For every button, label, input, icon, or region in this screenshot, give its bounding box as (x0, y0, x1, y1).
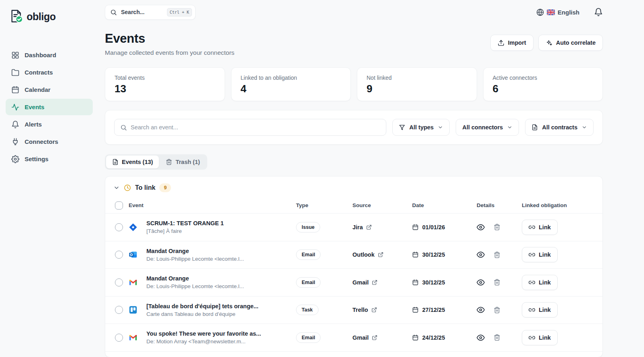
type-cell: Email (296, 277, 352, 288)
source-label: Jira (352, 224, 363, 230)
jira-icon (129, 223, 138, 232)
link-button[interactable]: Link (522, 302, 558, 318)
source-cell: Gmail (352, 334, 412, 341)
language-selector[interactable]: English (536, 8, 579, 16)
event-cell[interactable]: Mandat Orange De: Louis-Philippe Lecomte… (146, 275, 296, 289)
sparkles-icon (546, 39, 552, 46)
external-link-icon[interactable] (372, 280, 377, 285)
stat-label: Active connectors (493, 75, 594, 81)
details-cell (477, 223, 522, 231)
keyboard-shortcut-badge: Ctrl + K (167, 8, 192, 17)
view-details-eye-icon[interactable] (477, 306, 485, 314)
view-details-eye-icon[interactable] (477, 334, 485, 342)
delete-trash-icon[interactable] (494, 307, 500, 313)
folder-icon (11, 68, 19, 77)
type-cell: Task (296, 305, 352, 315)
delete-trash-icon[interactable] (494, 279, 500, 286)
activity-icon (11, 103, 19, 111)
import-button[interactable]: Import (490, 35, 534, 51)
sidebar-item-alerts[interactable]: Alerts (6, 116, 93, 133)
link-button[interactable]: Link (522, 275, 558, 290)
sidebar-item-calendar[interactable]: Calendar (6, 81, 93, 98)
column-header-source: Source (352, 202, 412, 208)
topbar: Ctrl + K English (105, 4, 603, 20)
linked-obligation-cell: Link (522, 330, 593, 345)
brand-logo[interactable]: obligo (6, 7, 93, 24)
stat-label: Total events (115, 75, 215, 81)
row-checkbox[interactable] (115, 223, 123, 231)
notifications-bell-icon[interactable] (594, 8, 603, 17)
view-details-eye-icon[interactable] (477, 278, 485, 286)
contract-filter-dropdown[interactable]: All contracts (525, 119, 594, 136)
view-tabs: Events (13) Trash (1) (105, 154, 207, 170)
type-badge: Email (296, 332, 321, 343)
event-search[interactable] (114, 119, 386, 136)
source-label: Gmail (352, 279, 369, 286)
delete-trash-icon[interactable] (494, 224, 500, 230)
link-button[interactable]: Link (522, 220, 558, 235)
external-link-icon[interactable] (372, 335, 377, 340)
link-button[interactable]: Link (522, 330, 558, 345)
view-details-eye-icon[interactable] (477, 251, 485, 259)
link-button[interactable]: Link (522, 247, 558, 262)
table-row-1: Mandat Orange De: Louis-Philippe Lecomte… (105, 241, 602, 269)
page-header: Events Manage collected events from your… (105, 31, 603, 56)
details-cell (477, 334, 522, 342)
sidebar-item-dashboard[interactable]: Dashboard (6, 47, 93, 63)
type-cell: Issue (296, 222, 352, 232)
to-link-section-header[interactable]: To link 9 (105, 176, 602, 197)
type-filter-label: All types (409, 124, 434, 131)
link-button-label: Link (539, 334, 551, 341)
sidebar-item-events[interactable]: Events (6, 99, 93, 115)
link-icon (529, 334, 535, 341)
stat-card-2: Not linked 9 (357, 67, 477, 101)
tab-trash[interactable]: Trash (1) (160, 156, 206, 168)
global-search-input[interactable] (121, 9, 163, 15)
external-link-icon[interactable] (371, 307, 377, 313)
date-cell: 24/12/25 (412, 334, 477, 341)
event-cell[interactable]: SCRUM-1: TEST ORANGE 1 [Tâche] À faire (146, 220, 296, 234)
event-title: Mandat Orange (146, 248, 296, 254)
view-details-eye-icon[interactable] (477, 223, 485, 231)
event-cell[interactable]: You spoke! These were your favorite as..… (146, 330, 296, 345)
delete-trash-icon[interactable] (494, 334, 500, 341)
select-all-checkbox[interactable] (115, 201, 123, 210)
chevron-down-icon[interactable] (113, 185, 120, 191)
link-icon (529, 251, 535, 258)
event-search-input[interactable] (131, 124, 380, 131)
table-row-3: [Tableau de bord d'équipe] tets orange..… (105, 297, 602, 324)
sidebar-item-connectors[interactable]: Connectors (6, 133, 93, 150)
sidebar-item-contracts[interactable]: Contracts (6, 64, 93, 81)
row-checkbox[interactable] (115, 278, 123, 286)
column-header-linked-obligation: Linked obligation (522, 202, 593, 208)
external-link-icon[interactable] (378, 252, 383, 257)
table-row-2: Mandat Orange De: Louis-Philippe Lecomte… (105, 269, 602, 297)
main-content: Ctrl + K English Events Manage collected… (97, 0, 623, 357)
linked-obligation-cell: Link (522, 220, 593, 235)
row-checkbox[interactable] (115, 306, 123, 314)
row-checkbox[interactable] (115, 251, 123, 259)
gmail-icon (129, 333, 138, 342)
sidebar-item-settings[interactable]: Settings (6, 151, 93, 167)
tab-events[interactable]: Events (13) (106, 156, 159, 168)
event-title: SCRUM-1: TEST ORANGE 1 (146, 220, 296, 226)
link-icon (529, 307, 535, 313)
row-checkbox[interactable] (115, 334, 123, 342)
link-button-label: Link (539, 251, 551, 258)
delete-trash-icon[interactable] (494, 251, 500, 258)
event-cell[interactable]: Mandat Orange De: Louis-Philippe Lecomte… (146, 248, 296, 262)
type-filter-dropdown[interactable]: All types (392, 119, 450, 136)
external-link-icon[interactable] (366, 224, 372, 230)
chevron-down-icon (581, 125, 587, 130)
connector-filter-dropdown[interactable]: All connectors (456, 119, 519, 136)
source-cell: Trello (352, 307, 412, 313)
stat-card-0: Total events 13 (105, 67, 225, 101)
global-search[interactable]: Ctrl + K (105, 5, 196, 20)
contract-filter-label: All contracts (542, 124, 577, 131)
search-icon (110, 9, 117, 16)
column-header-type: Type (296, 202, 352, 208)
trash-icon (166, 159, 172, 165)
event-cell[interactable]: [Tableau de bord d'équipe] tets orange..… (146, 303, 296, 317)
sidebar-item-label: Alerts (25, 121, 42, 128)
auto-correlate-button[interactable]: Auto correlate (538, 35, 603, 51)
